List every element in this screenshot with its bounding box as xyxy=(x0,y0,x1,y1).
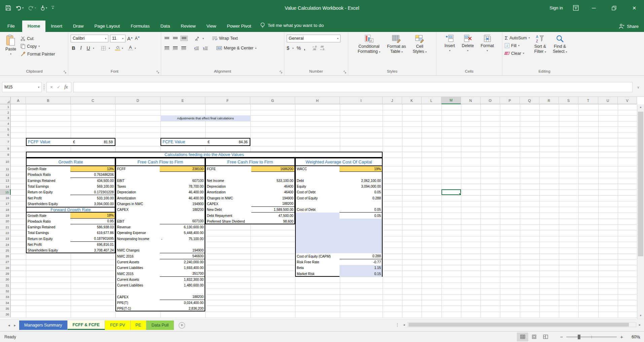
table-row[interactable]: EBIT607100 xyxy=(116,219,205,224)
table-row[interactable]: Plowback Ratio0.763486206 xyxy=(27,172,115,178)
zoom-slider[interactable] xyxy=(566,337,617,337)
ribbon-tab-insert[interactable]: Insert xyxy=(45,21,68,32)
column-header-E[interactable]: E xyxy=(160,97,205,104)
row-header-7[interactable]: 7 xyxy=(0,138,11,146)
row-header-23[interactable]: 23 xyxy=(0,236,11,242)
copy-button[interactable]: Copy▾ xyxy=(21,42,55,50)
table-row[interactable] xyxy=(296,219,382,224)
undo-button[interactable]: ▾ xyxy=(15,5,24,11)
calculations-banner[interactable]: Calculations feeding into the Above Valu… xyxy=(26,152,383,158)
row-header-9[interactable]: 9 xyxy=(0,152,11,158)
row-header-27[interactable]: 27 xyxy=(0,259,11,265)
autosum-button[interactable]: Σ AutoSum▾ xyxy=(505,34,530,42)
row-header-8[interactable]: 8 xyxy=(0,146,11,152)
table-row[interactable]: WACC19% xyxy=(296,166,382,172)
table-row[interactable]: Plowback Ratio0.95 xyxy=(27,219,115,224)
table-row[interactable] xyxy=(296,172,382,178)
table-row[interactable]: Changes in NWC194900 xyxy=(116,201,205,207)
adjustments-note-cell[interactable]: Adjustments that effect final calculatio… xyxy=(160,115,250,121)
alignment-dialog-launcher[interactable] xyxy=(280,71,283,74)
format-as-table-button[interactable]: Format asTable ▾ xyxy=(385,34,408,68)
table-row[interactable] xyxy=(296,242,382,248)
font-family-select[interactable]: Calibri▾ xyxy=(71,35,108,42)
comma-style-button[interactable]: , xyxy=(304,45,305,51)
table-row[interactable]: Risk Free Rate-0.77 xyxy=(296,259,382,265)
hscroll-right-icon[interactable]: ► xyxy=(638,323,641,327)
table-row[interactable]: Depreciation46400 xyxy=(206,184,294,189)
table-row[interactable]: Earnings Retained586,938.03 xyxy=(27,224,115,230)
table-row[interactable] xyxy=(296,224,382,230)
table-row[interactable] xyxy=(116,172,205,178)
table-row[interactable]: Debt2,062,100.00 xyxy=(296,178,382,184)
share-button[interactable]: Share xyxy=(619,24,639,29)
table-row[interactable]: Growth Rate18% xyxy=(27,213,115,218)
table-row[interactable]: Shareholders Equity3,094,000.00 xyxy=(27,201,115,207)
row-header-21[interactable]: 21 xyxy=(0,224,11,230)
table-row[interactable]: Total Earnings569,100.00 xyxy=(27,184,115,189)
collapse-ribbon-icon[interactable]: ∧ xyxy=(638,336,641,340)
column-header-H[interactable]: H xyxy=(295,97,340,104)
normal-view-button[interactable] xyxy=(517,333,528,341)
row-header-24[interactable]: 24 xyxy=(0,242,11,248)
tab-scroll-left-icon[interactable]: ◂ xyxy=(8,323,10,328)
font-size-select[interactable]: 11▾ xyxy=(110,35,126,42)
wrap-text-button[interactable]: Wrap Text xyxy=(212,35,238,42)
row-header-20[interactable]: 20 xyxy=(0,219,11,224)
save-button[interactable] xyxy=(5,5,11,11)
row-header-16[interactable]: 16 xyxy=(0,195,11,201)
table-row[interactable] xyxy=(296,201,382,207)
table-row[interactable]: Market Risk0.15 xyxy=(296,271,382,276)
vertical-scrollbar[interactable]: ▲ ▼ xyxy=(637,104,644,319)
row-header-18[interactable]: 18 xyxy=(0,207,11,213)
fcff-table-header[interactable]: Free Cash Flow to Firm xyxy=(116,158,205,166)
column-header-G[interactable]: G xyxy=(250,97,295,104)
row-header-34[interactable]: 34 xyxy=(0,300,11,306)
cut-button[interactable]: Cut xyxy=(21,35,55,42)
select-all-corner[interactable] xyxy=(0,97,11,104)
column-header-C[interactable]: C xyxy=(71,97,115,104)
touch-mouse-mode-button[interactable]: ▾ xyxy=(40,5,47,11)
bold-button[interactable]: B xyxy=(71,45,76,51)
sheet-tab-pe[interactable]: PE xyxy=(131,320,147,330)
column-header-A[interactable]: A xyxy=(11,97,26,104)
paste-button[interactable]: Paste ▾ xyxy=(3,34,19,68)
column-header-U[interactable]: U xyxy=(598,97,618,104)
sheet-tab-managers-summary[interactable]: Managers Summary xyxy=(19,320,68,330)
vertical-scroll-thumb[interactable] xyxy=(638,112,643,256)
underline-button[interactable]: U xyxy=(85,45,91,51)
table-row[interactable]: Return on Equity0.172301228 xyxy=(27,189,115,195)
fcfe-value-box[interactable]: FCFE Value € 84.36 xyxy=(160,138,250,146)
table-row[interactable]: Nonoperating Income-75,100.00 xyxy=(116,236,205,242)
customize-qat-button[interactable]: ▾ xyxy=(51,6,54,10)
number-dialog-launcher[interactable] xyxy=(344,71,347,74)
zoom-out-button[interactable]: − xyxy=(560,334,563,340)
table-row[interactable]: Cost of Equity (CAPM)0.288 xyxy=(296,253,382,259)
delete-cells-button[interactable]: Delete▾ xyxy=(459,34,476,68)
row-header-4[interactable]: 4 xyxy=(0,121,11,127)
column-header-S[interactable]: S xyxy=(559,97,578,104)
table-row[interactable]: FCFF238100 xyxy=(116,166,205,172)
column-header-F[interactable]: F xyxy=(205,97,250,104)
clear-button[interactable]: Clear▾ xyxy=(505,49,530,57)
insert-cells-button[interactable]: Insert▾ xyxy=(442,34,457,68)
ribbon-tab-draw[interactable]: Draw xyxy=(68,21,89,32)
table-row[interactable]: Growth Rate13% xyxy=(27,166,115,172)
table-row[interactable]: CAPEX188200 xyxy=(206,201,294,207)
ribbon-tab-file[interactable]: File xyxy=(0,21,22,32)
row-header-6[interactable]: 6 xyxy=(0,132,11,138)
row-header-10[interactable]: 10 xyxy=(0,158,11,166)
clipboard-dialog-launcher[interactable] xyxy=(64,71,67,74)
page-layout-view-button[interactable] xyxy=(528,333,540,341)
horizontal-scrollbar[interactable] xyxy=(407,322,636,327)
column-header-L[interactable]: L xyxy=(422,97,441,104)
insert-function-button[interactable]: fx xyxy=(64,84,68,90)
row-header-36[interactable]: 36 xyxy=(0,312,11,317)
table-row[interactable]: Amortization46,400.00 xyxy=(116,195,205,201)
column-header-I[interactable]: I xyxy=(340,97,383,104)
table-row[interactable]: NWC 2016546600 xyxy=(116,253,205,259)
italic-button[interactable]: I xyxy=(78,45,84,51)
horizontal-scroll-thumb[interactable] xyxy=(408,323,629,327)
increase-font-button[interactable]: A▲ xyxy=(127,36,133,41)
table-row[interactable]: Cost of Debt0.05 xyxy=(296,207,382,213)
zoom-in-button[interactable]: + xyxy=(620,334,623,340)
